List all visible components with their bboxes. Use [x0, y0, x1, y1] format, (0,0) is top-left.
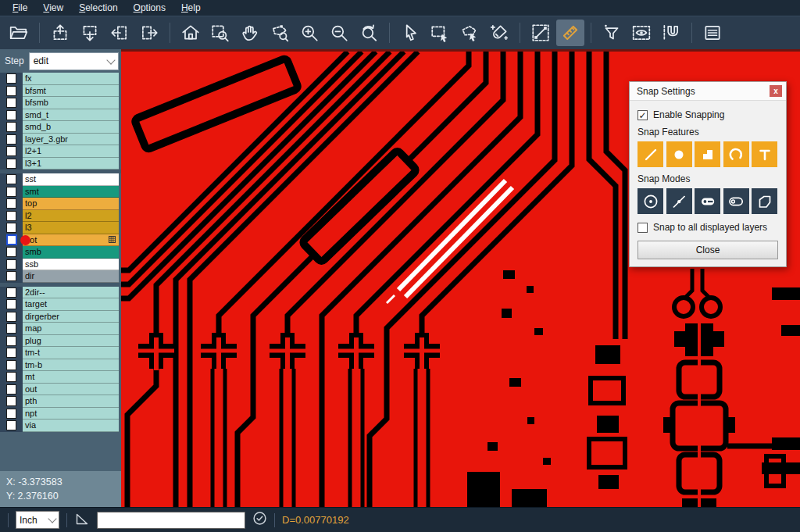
- layer-visibility-checkbox[interactable]: [6, 409, 16, 419]
- all-layers-checkbox[interactable]: [638, 223, 648, 233]
- layer-label[interactable]: smt: [23, 186, 119, 198]
- layer-visibility-checkbox[interactable]: [6, 159, 16, 169]
- zoom-reset-button[interactable]: [355, 20, 383, 46]
- menu-view[interactable]: View: [35, 0, 71, 16]
- close-button[interactable]: Close: [638, 241, 778, 259]
- angle-icon[interactable]: [74, 511, 90, 530]
- layer-visibility-checkbox[interactable]: [6, 98, 16, 108]
- snap-feature-line-button[interactable]: [638, 141, 663, 167]
- layer-visibility-checkbox[interactable]: [6, 73, 16, 84]
- zoom-in-button[interactable]: [295, 20, 323, 46]
- layer-row-smt[interactable]: smt: [0, 186, 121, 198]
- snap-mode-slot-filled-button[interactable]: [695, 188, 720, 214]
- layer-row-via[interactable]: via: [0, 420, 121, 432]
- layer-row-tm-t[interactable]: tm-t: [0, 347, 121, 359]
- pan-button[interactable]: [236, 20, 264, 46]
- units-select[interactable]: Inch: [16, 511, 59, 529]
- move-left-button[interactable]: [105, 20, 134, 46]
- layer-label[interactable]: 2dir--: [23, 287, 119, 299]
- layer-row-layer_3.gbr[interactable]: layer_3.gbr: [0, 134, 121, 146]
- snap-feature-surface-button[interactable]: [695, 141, 720, 167]
- layer-visibility-checkbox[interactable]: [6, 360, 16, 370]
- layer-label[interactable]: fx: [23, 73, 119, 85]
- layer-row-out[interactable]: out: [0, 384, 121, 396]
- layer-visibility-checkbox[interactable]: [6, 312, 16, 322]
- layer-visibility-checkbox[interactable]: [6, 420, 16, 430]
- layer-visibility-checkbox[interactable]: [6, 271, 16, 281]
- snap-mode-midpoint-button[interactable]: [666, 188, 692, 214]
- apply-check-icon[interactable]: [252, 511, 267, 529]
- pcb-canvas[interactable]: Snap Settings x ✓ Enable Snapping Snap F…: [121, 49, 800, 507]
- layer-row-target[interactable]: target: [0, 298, 121, 311]
- command-input[interactable]: [97, 512, 245, 529]
- layer-row-plug[interactable]: plug: [0, 335, 121, 348]
- layer-visibility-checkbox[interactable]: [6, 122, 16, 132]
- menu-selection[interactable]: Selection: [71, 0, 125, 16]
- open-button[interactable]: [5, 20, 33, 46]
- layer-label[interactable]: tm-t: [23, 347, 119, 359]
- layer-row-fx[interactable]: fx: [0, 73, 121, 85]
- layer-label[interactable]: plug: [23, 335, 119, 348]
- menu-file[interactable]: File: [5, 0, 35, 16]
- select-cursor-button[interactable]: [396, 20, 424, 46]
- zoom-polygon-button[interactable]: [266, 20, 294, 46]
- layer-visibility-checkbox[interactable]: [6, 198, 16, 209]
- layer-row-2dir--[interactable]: 2dir--: [0, 287, 121, 299]
- layer-row-l3+1[interactable]: l3+1: [0, 158, 121, 170]
- layer-label[interactable]: smb: [23, 246, 119, 259]
- layer-row-smd_b[interactable]: smd_b: [0, 121, 121, 134]
- layer-label[interactable]: tm-b: [23, 359, 119, 372]
- layer-label[interactable]: l3+1: [23, 158, 119, 170]
- select-polygon-button[interactable]: [455, 20, 484, 46]
- layer-row-l2[interactable]: l2: [0, 210, 121, 223]
- grid-icon[interactable]: [109, 235, 116, 245]
- measure-ruler-button[interactable]: [556, 20, 584, 46]
- all-layers-row[interactable]: Snap to all displayed layers: [638, 222, 778, 233]
- layer-row-l3[interactable]: l3: [0, 222, 121, 234]
- measure-line-button[interactable]: [527, 20, 555, 46]
- enable-snapping-checkbox[interactable]: ✓: [638, 110, 648, 120]
- snap-feature-pad-button[interactable]: [666, 141, 692, 167]
- home-button[interactable]: [177, 20, 205, 46]
- snap-feature-arc-button[interactable]: [723, 141, 749, 167]
- layer-label[interactable]: dir: [23, 270, 119, 283]
- layer-row-bfsmb[interactable]: bfsmb: [0, 97, 121, 109]
- enable-snapping-row[interactable]: ✓ Enable Snapping: [638, 109, 778, 120]
- layer-label[interactable]: l2: [23, 210, 119, 223]
- menu-help[interactable]: Help: [173, 0, 209, 16]
- layer-label[interactable]: sst: [23, 173, 119, 186]
- dialog-titlebar[interactable]: Snap Settings x: [630, 82, 786, 101]
- layer-row-tm-b[interactable]: tm-b: [0, 359, 121, 372]
- layer-label[interactable]: dirgerber: [23, 311, 119, 323]
- snap-button[interactable]: [657, 20, 685, 46]
- menu-options[interactable]: Options: [126, 0, 173, 16]
- filter-button[interactable]: [598, 20, 626, 46]
- layer-visibility-checkbox[interactable]: [6, 348, 16, 358]
- layer-row-smd_t[interactable]: smd_t: [0, 109, 121, 122]
- move-right-button[interactable]: [135, 20, 163, 46]
- layer-visibility-checkbox[interactable]: [6, 211, 16, 221]
- layer-label[interactable]: ssb: [23, 259, 119, 271]
- layer-visibility-checkbox[interactable]: [6, 134, 16, 145]
- layer-row-pth[interactable]: pth: [0, 395, 121, 408]
- layer-row-npt[interactable]: npt: [0, 408, 121, 420]
- layer-visibility-checkbox[interactable]: [6, 86, 16, 96]
- layer-visibility-checkbox[interactable]: [6, 234, 17, 245]
- layer-row-smb[interactable]: smb: [0, 246, 121, 259]
- close-icon[interactable]: x: [770, 85, 782, 97]
- snap-mode-center-button[interactable]: [638, 188, 663, 214]
- step-select[interactable]: edit: [29, 52, 119, 70]
- layer-visibility-checkbox[interactable]: [6, 372, 16, 382]
- layer-visibility-checkbox[interactable]: [6, 110, 16, 120]
- layer-label[interactable]: out: [23, 384, 119, 396]
- layer-visibility-checkbox[interactable]: [6, 396, 16, 406]
- layer-label[interactable]: npt: [23, 408, 119, 420]
- layer-label[interactable]: bfsmt: [23, 85, 119, 98]
- layer-visibility-checkbox[interactable]: [6, 259, 16, 270]
- zoom-out-button[interactable]: [325, 20, 353, 46]
- snap-mode-slot-outline-button[interactable]: [723, 188, 749, 214]
- layer-row-l2+1[interactable]: l2+1: [0, 145, 121, 158]
- layer-row-map[interactable]: map: [0, 323, 121, 335]
- layer-visibility-checkbox[interactable]: [6, 247, 16, 257]
- layer-visibility-checkbox[interactable]: [6, 187, 16, 197]
